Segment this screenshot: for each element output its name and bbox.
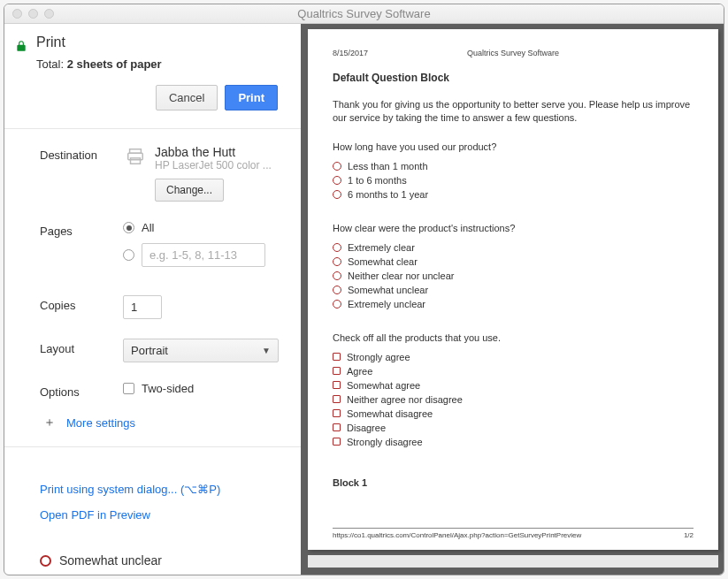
total-prefix: Total: [36,57,67,71]
preview-block1: Block 1 [333,477,694,488]
cancel-button[interactable]: Cancel [156,85,218,110]
printer-icon [123,147,148,166]
checkbox-icon [333,381,341,389]
layout-select[interactable]: Portrait ▼ [123,339,279,362]
checkbox-icon [333,395,341,403]
print-heading: Print [36,34,283,50]
change-destination-button[interactable]: Change... [155,179,224,202]
radio-icon [333,271,341,280]
browser-window: Qualtrics Survey Software Print Total: 2… [4,4,724,575]
system-dialog-link[interactable]: Print using system dialog... (⌥⌘P) [40,483,301,496]
separator [4,446,301,447]
destination-name: Jabba the Hutt [155,145,272,159]
radio-icon [40,555,51,567]
open-pdf-link[interactable]: Open PDF in Preview [40,508,301,522]
checkbox-icon [333,353,341,361]
checkbox-icon [333,423,341,431]
pages-label: Pages [40,221,123,238]
radio-icon [123,222,134,233]
window-title: Qualtrics Survey Software [4,7,724,20]
background-option-label: Somewhat unclear [59,553,162,568]
radio-icon [333,176,341,185]
chevron-down-icon: ▼ [262,346,271,355]
pages-range-radio[interactable] [123,243,292,267]
radio-icon [123,249,134,261]
preview-q3-text: Check off all the products that you use. [333,332,694,343]
svg-rect-2 [131,158,141,164]
preview-page: 8/15/2017 Qualtrics Survey Software Defa… [308,29,718,550]
preview-intro: Thank you for giving us the opportunity … [333,98,694,126]
preview-q1-text: How long have you used our product? [333,141,694,152]
preview-q2-options: Extremely clear Somewhat clear Neither c… [333,242,694,313]
layout-value: Portrait [131,344,168,357]
checkbox-icon [123,383,134,394]
separator [4,128,301,129]
destination-label: Destination [40,145,123,162]
preview-q2-text: How clear were the product's instruction… [333,223,694,233]
preview-q1-options: Less than 1 month 1 to 6 months 6 months… [333,161,694,203]
preview-footer-pagenum: 1/2 [684,531,694,539]
pages-all-label: All [142,221,154,234]
radio-icon [333,190,341,199]
radio-icon [333,243,341,252]
preview-doc-title-small: Qualtrics Survey Software [467,49,559,57]
radio-icon [333,257,341,266]
background-survey-option: Somewhat unclear [40,553,162,568]
checkbox-icon [333,367,341,375]
plus-icon: ＋ [43,415,56,430]
print-preview-area: 8/15/2017 Qualtrics Survey Software Defa… [301,24,724,575]
radio-icon [333,162,341,171]
checkbox-icon [333,409,341,417]
preview-scroll-gap [308,555,718,568]
total-value: 2 sheets of paper [67,57,162,71]
checkbox-icon [333,438,341,446]
copies-label: Copies [40,295,123,312]
preview-footer-url: https://co1.qualtrics.com/ControlPanel/A… [333,531,581,539]
print-panel: Print Total: 2 sheets of paper Cancel Pr… [4,24,301,575]
two-sided-checkbox[interactable]: Two-sided [123,382,292,395]
copies-input[interactable] [123,295,162,319]
print-button[interactable]: Print [225,85,278,110]
radio-icon [333,300,341,309]
more-settings-link[interactable]: More settings [66,416,135,430]
options-label: Options [40,382,123,399]
pages-all-radio[interactable]: All [123,221,292,234]
layout-label: Layout [40,339,123,355]
radio-icon [333,286,341,294]
preview-block-title: Default Question Block [333,72,694,84]
lock-icon [15,40,27,52]
preview-date: 8/15/2017 [333,49,368,57]
destination-sub: HP LaserJet 500 color ... [155,159,272,171]
two-sided-label: Two-sided [142,382,194,395]
pages-range-input[interactable] [142,243,265,267]
print-total: Total: 2 sheets of paper [36,57,283,71]
preview-q3-options: Strongly agree Agree Somewhat agree Neit… [333,352,694,451]
titlebar: Qualtrics Survey Software [4,4,724,24]
